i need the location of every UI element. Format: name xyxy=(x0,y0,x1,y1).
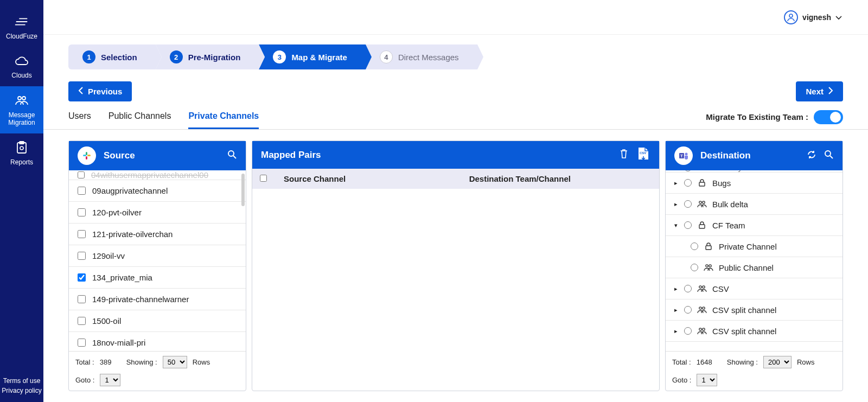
source-row[interactable]: 134_private_mia xyxy=(69,267,246,289)
svg-point-0 xyxy=(18,97,21,100)
step-num: 3 xyxy=(273,50,286,63)
svg-point-5 xyxy=(789,14,793,17)
dest-radio[interactable] xyxy=(684,170,692,171)
source-checkbox[interactable] xyxy=(78,317,86,325)
svg-point-25 xyxy=(699,307,701,309)
source-row[interactable]: 120-pvt-oilver xyxy=(69,202,246,224)
step-premigration[interactable]: 2Pre-Migration xyxy=(156,44,259,69)
rows-label: Rows xyxy=(797,358,815,366)
dest-row[interactable]: ▾CF Team xyxy=(666,215,843,236)
sidebar-item-message-migration[interactable]: Message Migration xyxy=(0,86,43,133)
next-button[interactable]: Next xyxy=(796,81,843,101)
search-icon[interactable] xyxy=(227,150,237,162)
svg-point-21 xyxy=(706,265,708,267)
source-item-label: 04withusermapprivatechannel00 xyxy=(91,170,208,180)
showing-select[interactable]: 200 xyxy=(763,356,792,368)
source-item-label: 149-private-channelwarner xyxy=(92,295,189,304)
user-menu[interactable]: vignesh xyxy=(784,10,842,24)
dest-radio[interactable] xyxy=(684,179,692,187)
destination-panel: T Destination ▸ Anthony.chris20/05/2024 … xyxy=(665,141,843,391)
source-row-partial[interactable]: 04withusermapprivatechannel00 xyxy=(69,170,246,180)
destination-footer: Total : 1648 Showing : 200 Rows Goto : 1 xyxy=(666,351,843,391)
source-row[interactable]: 1500-oil xyxy=(69,310,246,332)
source-checkbox[interactable] xyxy=(78,295,86,303)
step-map-migrate[interactable]: 3Map & Migrate xyxy=(259,44,366,69)
source-row[interactable]: 121-private-oilverchan xyxy=(69,224,246,245)
dest-item-label: CSV split channel xyxy=(712,305,776,315)
total-value: 1648 xyxy=(697,358,712,366)
dest-row[interactable]: ▸CSV split channel xyxy=(666,321,843,342)
step-direct-messages[interactable]: 4Direct Messages xyxy=(366,44,477,69)
svg-rect-16 xyxy=(699,182,705,186)
terms-link[interactable]: Terms of use xyxy=(0,377,43,385)
dest-radio[interactable] xyxy=(684,200,692,208)
privacy-link[interactable]: Privacy policy xyxy=(0,387,43,394)
dest-item-label: Bulk delta xyxy=(712,200,748,209)
dest-item-label: Bugs xyxy=(712,178,731,188)
dest-radio[interactable] xyxy=(691,243,698,250)
csv-upload-icon[interactable]: CSV xyxy=(636,146,650,163)
dest-row[interactable]: ▸Bugs xyxy=(666,173,843,194)
dest-item-label: CSV xyxy=(712,284,729,293)
caret-right-icon[interactable]: ▸ xyxy=(673,285,679,292)
lock-icon xyxy=(704,241,713,251)
migrate-toggle[interactable] xyxy=(814,110,843,124)
mapped-pairs-header: Mapped Pairs CSV xyxy=(252,141,659,169)
source-checkbox[interactable] xyxy=(78,187,86,195)
previous-label: Previous xyxy=(88,87,122,96)
dest-radio[interactable] xyxy=(691,264,698,271)
caret-down-icon[interactable]: ▾ xyxy=(673,222,679,229)
source-checkbox[interactable] xyxy=(78,208,86,216)
sidebar-item-cloudfuze[interactable]: CloudFuze xyxy=(0,8,43,47)
caret-icon[interactable]: ▸ xyxy=(673,170,679,171)
source-checkbox[interactable] xyxy=(78,171,85,178)
goto-select[interactable]: 1 xyxy=(100,374,120,386)
showing-select[interactable]: 50 xyxy=(163,356,187,368)
source-item-label: 121-private-oilverchan xyxy=(92,229,173,239)
select-all-checkbox[interactable] xyxy=(260,175,267,182)
wizard-steps: 1Selection 2Pre-Migration 3Map & Migrate… xyxy=(43,35,868,74)
previous-button[interactable]: Previous xyxy=(68,81,132,101)
dest-row[interactable]: ▸CSV split channel xyxy=(666,299,843,321)
step-num: 2 xyxy=(170,50,183,63)
source-row[interactable]: 149-private-channelwarner xyxy=(69,289,246,310)
dest-item-label: Public Channel xyxy=(719,263,774,272)
dest-radio[interactable] xyxy=(684,221,692,229)
source-checkbox[interactable] xyxy=(78,230,86,238)
dest-radio[interactable] xyxy=(684,285,692,292)
total-label: Total : xyxy=(75,358,94,366)
caret-right-icon[interactable]: ▸ xyxy=(673,307,679,314)
caret-right-icon[interactable]: ▸ xyxy=(673,201,679,208)
search-icon[interactable] xyxy=(824,150,834,162)
delete-icon[interactable] xyxy=(619,148,629,162)
source-row[interactable]: 09augprivatechannel xyxy=(69,180,246,202)
dest-child-row[interactable]: Public Channel xyxy=(666,257,843,278)
dest-radio[interactable] xyxy=(684,306,692,314)
destination-header: T Destination xyxy=(666,141,843,170)
dest-child-row[interactable]: Private Channel xyxy=(666,236,843,257)
source-header: Source xyxy=(69,141,246,170)
tab-private-channels[interactable]: Private Channels xyxy=(188,105,259,129)
scrollbar[interactable] xyxy=(241,174,245,206)
tab-users[interactable]: Users xyxy=(68,105,91,129)
sidebar-item-reports[interactable]: Reports xyxy=(0,133,43,173)
dest-row[interactable]: ▸Bulk delta xyxy=(666,194,843,215)
sidebar-item-clouds[interactable]: Clouds xyxy=(0,47,43,86)
refresh-icon[interactable] xyxy=(807,150,816,162)
dest-radio[interactable] xyxy=(684,327,692,335)
source-checkbox[interactable] xyxy=(78,252,86,260)
dest-row[interactable]: ▸CSV xyxy=(666,278,843,299)
tab-public-channels[interactable]: Public Channels xyxy=(108,105,171,129)
group-icon xyxy=(697,326,707,336)
source-checkbox[interactable] xyxy=(78,339,86,347)
goto-select[interactable]: 1 xyxy=(697,374,717,386)
source-checkbox[interactable] xyxy=(78,273,86,282)
caret-right-icon[interactable]: ▸ xyxy=(673,180,679,187)
svg-point-26 xyxy=(703,307,705,309)
caret-right-icon[interactable]: ▸ xyxy=(673,328,679,335)
step-selection[interactable]: 1Selection xyxy=(68,44,156,69)
svg-rect-8 xyxy=(86,152,87,155)
source-row[interactable]: 18nov-miall-pri xyxy=(69,332,246,351)
mapped-pairs-panel: Mapped Pairs CSV Source Channel Destinat… xyxy=(252,141,660,391)
source-row[interactable]: 129oil-vv xyxy=(69,245,246,267)
